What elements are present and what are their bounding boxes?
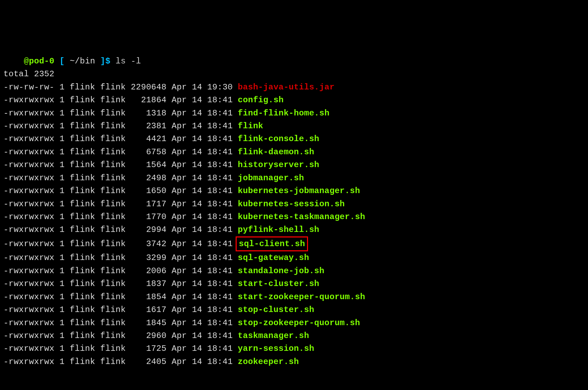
highlight-box: sql-client.sh bbox=[236, 236, 308, 251]
file-row: -rwxrwxrwx 1 flink flink 2006 Apr 14 18:… bbox=[3, 265, 585, 277]
file-row: -rwxrwxrwx 1 flink flink 1318 Apr 14 18:… bbox=[3, 107, 585, 120]
file-name: taskmanager.sh bbox=[238, 331, 309, 340]
file-name: kubernetes-session.sh bbox=[238, 199, 345, 209]
file-meta: -rwxrwxrwx 1 flink flink 2381 Apr 14 18:… bbox=[3, 121, 238, 131]
file-row: -rwxrwxrwx 1 flink flink 1770 Apr 14 18:… bbox=[3, 210, 585, 223]
file-meta: -rwxrwxrwx 1 flink flink 1837 Apr 14 18:… bbox=[3, 279, 238, 288]
file-name: stop-cluster.sh bbox=[238, 305, 314, 314]
file-name: find-flink-home.sh bbox=[238, 109, 330, 118]
file-meta: -rwxrwxrwx 1 flink flink 3299 Apr 14 18:… bbox=[3, 253, 238, 262]
file-meta: -rwxrwxrwx 1 flink flink 1845 Apr 14 18:… bbox=[3, 318, 238, 328]
file-row: -rwxrwxrwx 1 flink flink 1845 Apr 14 18:… bbox=[3, 317, 585, 329]
file-name: historyserver.sh bbox=[238, 160, 319, 170]
file-meta: -rwxrwxrwx 1 flink flink 1725 Apr 14 18:… bbox=[3, 344, 238, 353]
file-listing: -rw-rw-rw- 1 flink flink 2290648 Apr 14 … bbox=[3, 81, 585, 369]
file-meta: -rwxrwxrwx 1 flink flink 1564 Apr 14 18:… bbox=[3, 160, 238, 170]
prompt-bracket-right: ] bbox=[95, 57, 105, 66]
file-name: pyflink-shell.sh bbox=[238, 225, 319, 234]
file-name: sql-gateway.sh bbox=[238, 253, 309, 262]
file-row: -rwxrwxrwx 1 flink flink 2960 Apr 14 18:… bbox=[3, 329, 585, 342]
file-meta: -rwxrwxrwx 1 flink flink 3742 Apr 14 18:… bbox=[3, 239, 238, 249]
file-name: stop-zookeeper-quorum.sh bbox=[238, 318, 360, 328]
file-meta: -rwxrwxrwx 1 flink flink 1854 Apr 14 18:… bbox=[3, 292, 238, 302]
file-row: -rwxrwxrwx 1 flink flink 1564 Apr 14 18:… bbox=[3, 158, 585, 171]
file-name: kubernetes-taskmanager.sh bbox=[238, 212, 365, 222]
file-name: start-cluster.sh bbox=[238, 279, 319, 288]
file-row: -rwxrwxrwx 1 flink flink 2405 Apr 14 18:… bbox=[3, 355, 585, 368]
file-meta: -rwxrwxrwx 1 flink flink 1318 Apr 14 18:… bbox=[3, 109, 238, 118]
prompt-dollar: $ bbox=[105, 57, 115, 66]
file-row: -rwxrwxrwx 1 flink flink 1650 Apr 14 18:… bbox=[3, 184, 585, 197]
file-row: -rwxrwxrwx 1 flink flink 2994 Apr 14 18:… bbox=[3, 223, 585, 236]
file-row: -rwxrwxrwx 1 flink flink 6758 Apr 14 18:… bbox=[3, 146, 585, 158]
file-meta: -rw-rw-rw- 1 flink flink 2290648 Apr 14 … bbox=[3, 83, 238, 92]
file-name: zookeeper.sh bbox=[238, 357, 299, 366]
file-meta: -rwxrwxrwx 1 flink flink 2994 Apr 14 18:… bbox=[3, 225, 238, 234]
file-name: kubernetes-jobmanager.sh bbox=[238, 186, 360, 196]
prompt-path: ~/bin bbox=[70, 57, 95, 66]
file-meta: -rwxrwxrwx 1 flink flink 2960 Apr 14 18:… bbox=[3, 331, 238, 340]
file-name: jobmanager.sh bbox=[238, 173, 304, 183]
file-name: bash-java-utils.jar bbox=[238, 83, 334, 92]
file-row: -rwxrwxrwx 1 flink flink 1854 Apr 14 18:… bbox=[3, 291, 585, 303]
file-row: -rwxrwxrwx 1 flink flink 1725 Apr 14 18:… bbox=[3, 342, 585, 355]
command-text: ls -l bbox=[115, 57, 141, 66]
file-meta: -rwxrwxrwx 1 flink flink 2498 Apr 14 18:… bbox=[3, 173, 238, 183]
prompt-host: @pod-0 bbox=[24, 57, 54, 66]
file-row: -rwxrwxrwx 1 flink flink 2498 Apr 14 18:… bbox=[3, 172, 585, 184]
file-name: start-zookeeper-quorum.sh bbox=[238, 292, 365, 302]
file-row: -rwxrwxrwx 1 flink flink 3299 Apr 14 18:… bbox=[3, 251, 585, 264]
prompt-line: @pod-0 [ ~/bin ]$ ls -l bbox=[3, 55, 585, 68]
file-row: -rwxrwxrwx 1 flink flink 2381 Apr 14 18:… bbox=[3, 120, 585, 132]
file-row: -rwxrwxrwx 1 flink flink 21864 Apr 14 18… bbox=[3, 94, 585, 106]
file-name: flink bbox=[238, 121, 263, 131]
file-row: -rwxrwxrwx 1 flink flink 1837 Apr 14 18:… bbox=[3, 277, 585, 290]
file-name: flink-daemon.sh bbox=[238, 147, 314, 157]
file-row: -rwxrwxrwx 1 flink flink 4421 Apr 14 18:… bbox=[3, 132, 585, 145]
prompt-bracket-left: [ bbox=[54, 57, 70, 66]
file-name: yarn-session.sh bbox=[238, 344, 314, 353]
file-row: -rw-rw-rw- 1 flink flink 2290648 Apr 14 … bbox=[3, 81, 585, 94]
file-meta: -rwxrwxrwx 1 flink flink 2006 Apr 14 18:… bbox=[3, 266, 238, 276]
file-meta: -rwxrwxrwx 1 flink flink 21864 Apr 14 18… bbox=[3, 95, 238, 105]
file-meta: -rwxrwxrwx 1 flink flink 1617 Apr 14 18:… bbox=[3, 305, 238, 314]
file-meta: -rwxrwxrwx 1 flink flink 4421 Apr 14 18:… bbox=[3, 134, 238, 144]
file-name: config.sh bbox=[238, 95, 283, 105]
file-name: flink-console.sh bbox=[238, 134, 319, 144]
file-meta: -rwxrwxrwx 1 flink flink 6758 Apr 14 18:… bbox=[3, 147, 238, 157]
terminal-output[interactable]: @pod-0 [ ~/bin ]$ ls -ltotal 2352-rw-rw-… bbox=[3, 55, 585, 369]
file-name: sql-client.sh bbox=[239, 239, 305, 249]
file-row: -rwxrwxrwx 1 flink flink 3742 Apr 14 18:… bbox=[3, 236, 585, 251]
file-row: -rwxrwxrwx 1 flink flink 1717 Apr 14 18:… bbox=[3, 198, 585, 210]
file-meta: -rwxrwxrwx 1 flink flink 1650 Apr 14 18:… bbox=[3, 186, 238, 196]
file-meta: -rwxrwxrwx 1 flink flink 1717 Apr 14 18:… bbox=[3, 199, 238, 209]
total-line: total 2352 bbox=[3, 68, 585, 80]
file-meta: -rwxrwxrwx 1 flink flink 1770 Apr 14 18:… bbox=[3, 212, 238, 222]
file-name: standalone-job.sh bbox=[238, 266, 324, 276]
file-row: -rwxrwxrwx 1 flink flink 1617 Apr 14 18:… bbox=[3, 303, 585, 316]
file-meta: -rwxrwxrwx 1 flink flink 2405 Apr 14 18:… bbox=[3, 357, 238, 366]
